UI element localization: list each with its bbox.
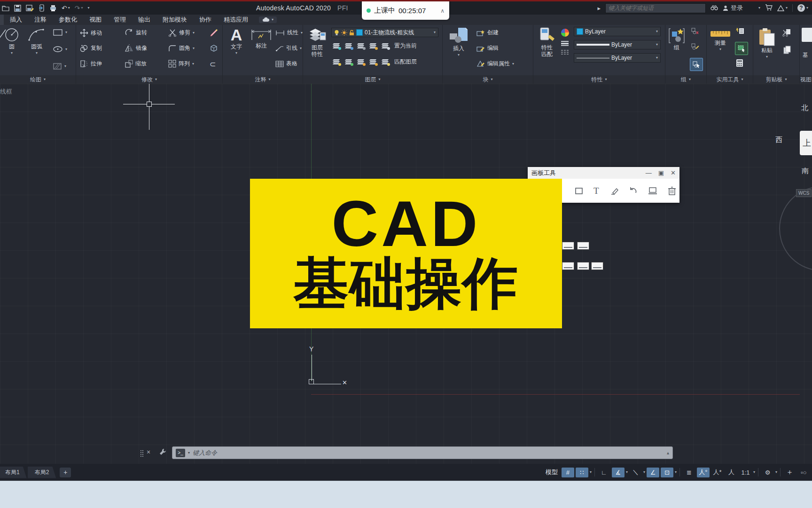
lineweight-list-icon[interactable] (561, 40, 569, 46)
dimension-button[interactable]: 标注 (249, 28, 273, 49)
sign-in-control[interactable]: 登录 ▾ (723, 4, 760, 12)
ortho-toggle[interactable]: ∟ (598, 468, 610, 477)
edit-attributes-button[interactable]: 编辑属性▾ (476, 60, 514, 68)
selection-window-button[interactable] (735, 42, 748, 55)
table-button[interactable]: 表格 (275, 60, 297, 68)
tab-addins[interactable]: 附加模块 (156, 15, 193, 25)
group-selection-toggle[interactable] (690, 58, 703, 71)
palette-board-tool[interactable] (648, 186, 658, 196)
viewcube-top-face[interactable]: 上 (800, 131, 812, 155)
collapse-chevron-icon[interactable]: ∧ (440, 8, 445, 14)
mirror-button[interactable]: 镜像 (125, 44, 147, 52)
annotation-scale-icon[interactable]: 人 (725, 468, 738, 477)
trim-button[interactable]: 修剪▾ (168, 29, 195, 37)
circle-button[interactable]: 圆▾ (4, 27, 20, 55)
offset-button[interactable]: ⊂ (210, 60, 216, 69)
gear-caret[interactable]: ▾ (775, 470, 777, 474)
osnap-caret[interactable]: ▾ (675, 470, 677, 474)
model-space-label[interactable]: 模型 (546, 468, 558, 476)
annotation-scale-value[interactable]: 1:1 (739, 468, 752, 477)
move-button[interactable]: 移动 (80, 29, 102, 37)
tab-collaborate[interactable]: 协作 (193, 15, 218, 25)
infocenter-arrow-icon[interactable]: ▸ (597, 5, 601, 12)
cloud-menu-button[interactable]: ▾ (259, 16, 277, 23)
object-snap-toggle[interactable]: ⊡ (661, 468, 673, 477)
hatch-button[interactable]: ▾ (53, 63, 66, 70)
save-as-icon[interactable] (26, 5, 34, 12)
grid-toggle[interactable]: # (562, 468, 574, 477)
panel-label-annotate[interactable]: 注释▾ (223, 75, 303, 84)
layer-edit-icon[interactable] (344, 43, 352, 49)
layer-dropdown[interactable]: 01-主物流线-粗实线 ▾ (331, 28, 438, 37)
command-expand-icon[interactable]: ▴ (667, 450, 669, 455)
help-search-input[interactable] (606, 5, 705, 11)
class-timer-overlay[interactable]: 上课中 00:25:07 ∧ (362, 1, 449, 20)
match-properties-button[interactable]: 特性匹配 (535, 27, 559, 58)
redo-button[interactable]: ↷▾ (75, 4, 83, 12)
scale-button[interactable]: 缩放 (125, 60, 147, 68)
snap-caret[interactable]: ▾ (590, 470, 592, 474)
palette-maximize-icon[interactable]: ▣ (658, 169, 664, 176)
panel-label-groups[interactable]: 组▾ (665, 75, 706, 84)
layer-isolate-icon[interactable] (332, 43, 340, 49)
layer-stack-icon[interactable] (381, 43, 389, 49)
isodraft-toggle[interactable]: ＼ (629, 468, 642, 477)
object-color-dropdown[interactable]: ByLayer▾ (574, 27, 661, 36)
ellipse-button[interactable]: ▾ (53, 46, 67, 53)
create-block-button[interactable]: 创建 (476, 29, 499, 37)
drawing-canvas[interactable]: 线框 Y ✕ 北 西 南 上 WCS 画板工具 — ▣ ✕ (0, 84, 812, 464)
tab-layout2[interactable]: 布局2 (28, 467, 56, 478)
open-icon[interactable] (2, 5, 9, 11)
panel-label-clipboard[interactable]: 剪贴板▾ (753, 75, 799, 84)
scale-caret[interactable]: ▾ (753, 470, 755, 474)
leader-button[interactable]: 引线▾ (275, 44, 302, 52)
rectangle-button[interactable]: ▾ (53, 29, 67, 36)
navigation-wheel-ring[interactable] (779, 186, 812, 271)
quick-select-button[interactable] (736, 27, 744, 35)
panel-label-utilities[interactable]: 实用工具▾ (707, 75, 753, 84)
panel-label-view[interactable]: 视图 (800, 75, 812, 84)
layer-off-icon[interactable] (332, 59, 340, 65)
linetype-dropdown[interactable]: ByLayer▾ (574, 53, 661, 63)
copy-button[interactable]: 复制 (80, 44, 102, 52)
clean-screen-plus-icon[interactable]: ＋ (783, 468, 796, 477)
layer-unlock2-icon[interactable] (369, 59, 377, 65)
palette-close-icon[interactable]: ✕ (671, 169, 676, 176)
compass-south-label[interactable]: 南 (802, 167, 809, 175)
panel-label-layers[interactable]: 图层▾ (303, 75, 442, 84)
tab-layout1[interactable]: 布局1 (0, 467, 27, 478)
panel-label-block[interactable]: 块▾ (443, 75, 533, 84)
erase-button[interactable] (210, 29, 218, 37)
base-view-button[interactable] (802, 28, 812, 42)
edit-block-button[interactable]: 编辑 (476, 44, 499, 52)
palette-rect-tool[interactable] (574, 186, 584, 196)
customization-gear-icon[interactable]: ⚙ (761, 468, 774, 477)
color-wheel-icon[interactable] (561, 29, 569, 37)
ungroup-button[interactable] (691, 27, 699, 35)
tab-output[interactable]: 输出 (132, 15, 156, 25)
text-button[interactable]: A 文字▾ (226, 27, 247, 55)
fillet-button[interactable]: 圆角▾ (168, 44, 195, 52)
palette-minimize-icon[interactable]: — (646, 169, 652, 176)
plot-icon[interactable] (49, 5, 57, 12)
explode-button[interactable] (210, 44, 218, 52)
tab-annotate[interactable]: 注释 (28, 15, 53, 25)
linetype-list-icon[interactable] (561, 50, 569, 55)
set-current-button[interactable]: 置为当前 (394, 42, 417, 50)
match-layer-button[interactable]: 匹配图层 (394, 58, 417, 66)
panel-label-modify[interactable]: 修改▾ (76, 75, 222, 84)
copy-clip-button[interactable] (783, 46, 791, 54)
lineweight-toggle[interactable]: ≣ (683, 468, 695, 477)
group-edit-button[interactable] (691, 43, 699, 50)
binoculars-search-icon[interactable] (710, 5, 718, 12)
annotation-visibility-toggle[interactable]: 人° (697, 468, 710, 477)
palette-undo-tool[interactable] (628, 186, 638, 196)
help-icon[interactable]: ?▾ (797, 4, 808, 12)
viewport-control-fragment[interactable]: 线框 (0, 87, 12, 96)
layer-thaw-icon[interactable] (357, 59, 365, 65)
open-from-mobile-icon[interactable] (39, 4, 45, 12)
object-snap-tracking-toggle[interactable]: ∠ (647, 468, 659, 477)
command-wrench-icon[interactable] (159, 448, 166, 458)
tab-view[interactable]: 视图 (83, 15, 108, 25)
layer-lock-icon[interactable] (369, 43, 377, 49)
